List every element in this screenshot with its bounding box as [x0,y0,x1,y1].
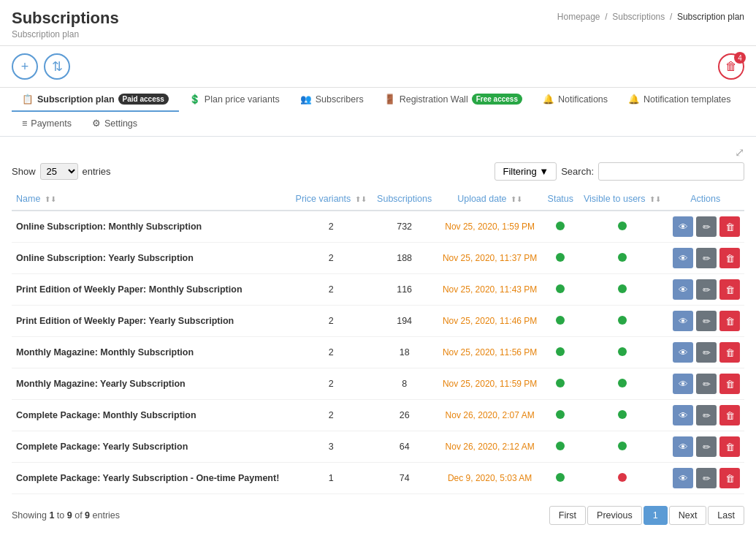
toolbar-left: + ⇅ [12,53,70,80]
pagination-next[interactable]: Next [669,506,707,525]
tab-payments[interactable]: ≡ Payments [12,112,82,136]
view-button[interactable]: 👁 [673,216,693,237]
view-button[interactable]: 👁 [673,468,693,488]
actions-cell: 👁 ✏ 🗑 [671,342,740,363]
row-visible [579,400,667,431]
add-button[interactable]: + [12,53,38,80]
delete-icon: 🗑 [725,284,735,295]
status-dot [556,222,565,230]
row-visible [579,463,667,494]
row-price-variants: 2 [290,243,372,274]
eye-icon: 👁 [679,222,688,232]
edit-icon: ✏ [703,442,711,453]
entries-select[interactable]: 10 25 50 100 [40,163,78,180]
table-row: Print Edition of Weekly Paper: Monthly S… [12,274,744,306]
status-dot [556,379,565,387]
edit-button[interactable]: ✏ [696,342,717,363]
breadcrumb-subscriptions[interactable]: Subscriptions [612,12,665,22]
tab-subscribers[interactable]: 👥 Subscribers [290,88,374,112]
visible-dot [618,253,627,262]
page-subtitle: Subscription plan [12,29,119,39]
delete-button[interactable]: 🗑 [719,216,740,237]
pagination-first[interactable]: First [549,506,586,525]
col-status[interactable]: Status [543,188,579,211]
tab-subscription-plan[interactable]: 📋 Subscription plan Paid access [12,88,179,112]
edit-button[interactable]: ✏ [696,279,717,300]
delete-button[interactable]: 🗑 [719,311,740,331]
view-button[interactable]: 👁 [673,436,693,457]
tab-plan-price-variants[interactable]: 💲 Plan price variants [179,88,290,112]
view-button[interactable]: 👁 [673,311,693,331]
row-name: Online Subscription: Yearly Subscription [12,243,290,274]
page-title: Subscriptions [12,9,119,28]
table-row: Online Subscription: Monthly Subscriptio… [12,211,744,243]
view-button[interactable]: 👁 [673,248,693,268]
search-box: Filtering ▼ Search: [495,162,744,181]
edit-button[interactable]: ✏ [696,436,717,457]
tab-payments-icon: ≡ [22,118,27,129]
tab-registration-wall[interactable]: 🚪 Registration Wall Free access [374,88,532,112]
pagination-last[interactable]: Last [708,506,744,525]
row-upload-date: Nov 26, 2020, 2:07 AM [437,400,543,431]
actions-cell: 👁 ✏ 🗑 [671,468,740,488]
table-header-row: Name ⬆⬇ Price variants ⬆⬇ Subscriptions … [12,188,744,211]
edit-icon: ✏ [703,253,711,264]
row-status [543,431,579,463]
row-actions: 👁 ✏ 🗑 [666,368,744,400]
row-subscriptions: 188 [372,243,437,274]
delete-button[interactable]: 🗑 [719,248,740,268]
row-price-variants: 2 [290,337,372,368]
filtering-button[interactable]: Filtering ▼ [495,162,557,181]
edit-button[interactable]: ✏ [696,248,717,268]
delete-button[interactable]: 🗑 [719,374,740,394]
fullscreen-button[interactable]: ⤢ [12,145,744,159]
tab-notification-templates[interactable]: 🔔 Notification templates [618,88,741,112]
edit-button[interactable]: ✏ [696,374,717,394]
col-upload-date[interactable]: Upload date ⬆⬇ [437,188,543,211]
visible-dot [618,222,627,230]
edit-button[interactable]: ✏ [696,216,717,237]
delete-icon: 🗑 [725,410,735,421]
tab-payments-label: Payments [31,118,72,129]
top-bar: Subscriptions Subscription plan Homepage… [0,0,756,46]
sort-button[interactable]: ⇅ [44,53,70,80]
edit-button[interactable]: ✏ [696,468,717,488]
row-name: Print Edition of Weekly Paper: Yearly Su… [12,306,290,337]
delete-button[interactable]: 🗑 [719,405,740,425]
row-subscriptions: 26 [372,400,437,431]
pagination-page-1[interactable]: 1 [644,506,668,525]
eye-icon: 👁 [679,473,688,484]
tab-plan-price-label: Plan price variants [205,94,280,105]
breadcrumb-home[interactable]: Homepage [557,12,600,22]
tab-registration-icon: 🚪 [384,94,396,105]
delete-icon: 🗑 [725,347,735,358]
search-input[interactable] [598,162,744,181]
edit-button[interactable]: ✏ [696,405,717,425]
row-status [543,463,579,494]
tab-notifications-icon: 🔔 [543,94,554,105]
tabs-nav: 📋 Subscription plan Paid access 💲 Plan p… [0,88,756,137]
col-subscriptions[interactable]: Subscriptions [372,188,437,211]
view-button[interactable]: 👁 [673,405,693,425]
tab-registration-label: Registration Wall [400,94,468,105]
trash-button[interactable]: 🗑 4 [718,53,744,80]
row-upload-date: Dec 9, 2020, 5:03 AM [437,463,543,494]
delete-button[interactable]: 🗑 [719,279,740,300]
view-button[interactable]: 👁 [673,342,693,363]
col-name[interactable]: Name ⬆⬇ [12,188,290,211]
delete-button[interactable]: 🗑 [719,468,740,488]
edit-button[interactable]: ✏ [696,311,717,331]
view-button[interactable]: 👁 [673,279,693,300]
delete-icon: 🗑 [725,222,735,232]
tab-settings[interactable]: ⚙ Settings [82,112,148,136]
col-price-variants[interactable]: Price variants ⬆⬇ [290,188,372,211]
col-visible-sort: ⬆⬇ [649,195,661,203]
pagination-previous[interactable]: Previous [587,506,642,525]
delete-button[interactable]: 🗑 [719,436,740,457]
tab-plan-price-icon: 💲 [189,94,201,105]
row-status [543,400,579,431]
col-visible[interactable]: Visible to users ⬆⬇ [579,188,667,211]
tab-notifications[interactable]: 🔔 Notifications [532,88,618,112]
view-button[interactable]: 👁 [673,374,693,394]
delete-button[interactable]: 🗑 [719,342,740,363]
